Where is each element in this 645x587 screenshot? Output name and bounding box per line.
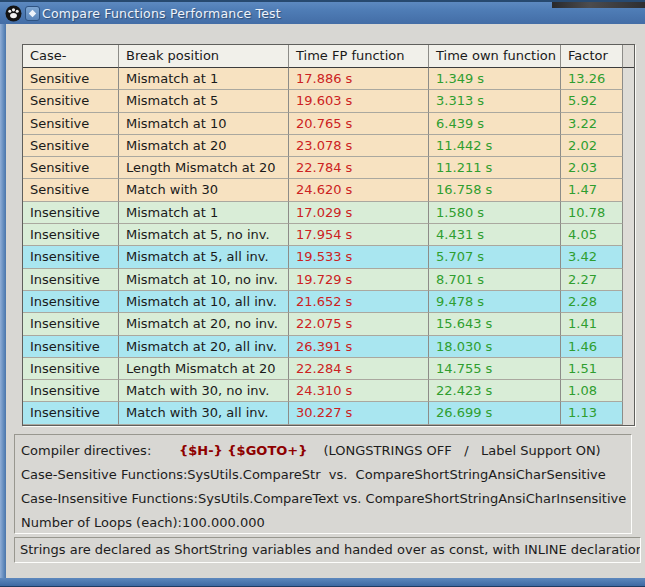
table-row[interactable]: SensitiveMismatch at 117.886 s1.349 s13.… [23,68,634,90]
row-filler [623,380,634,402]
cell-fp: 22.284 s [289,358,429,380]
table-row[interactable]: InsensitiveMismatch at 5, no inv.17.954 … [23,224,634,246]
cell-fp: 21.652 s [289,291,429,313]
compiler-directives-note: (LONGSTRINGS OFF / Label Support ON) [323,443,600,458]
table-row[interactable]: InsensitiveMatch with 30, no inv.24.310 … [23,380,634,402]
column-header: Factor [561,45,623,68]
cell-own: 22.423 s [429,380,561,402]
cell-factor: 13.26 [561,68,623,90]
row-filler [623,224,634,246]
cell-case: Insensitive [23,313,119,335]
row-filler [623,157,634,179]
table-row[interactable]: SensitiveLength Mismatch at 2022.784 s11… [23,157,634,179]
table-row[interactable]: InsensitiveMismatch at 117.029 s1.580 s1… [23,202,634,224]
cell-case: Insensitive [23,224,119,246]
table-row[interactable]: InsensitiveMatch with 30, all inv.30.227… [23,402,634,424]
cell-fp: 19.533 s [289,246,429,268]
table-row[interactable]: InsensitiveMismatch at 5, all inv.19.533… [23,246,634,268]
cell-fp: 19.603 s [289,90,429,112]
cell-fp: 20.765 s [289,113,429,135]
table-row[interactable]: InsensitiveMismatch at 20, all inv.26.39… [23,336,634,358]
cell-case: Insensitive [23,336,119,358]
cell-own: 11.442 s [429,135,561,157]
table-row[interactable]: InsensitiveLength Mismatch at 2022.284 s… [23,358,634,380]
column-header: Time own function [429,45,561,68]
cell-case: Insensitive [23,202,119,224]
table-header-row: Case-Break positionTime FP functionTime … [23,45,634,68]
case-sensitive-functions-line: Case-Sensitive Functions: SysUtils.Compa… [21,462,631,486]
row-filler [623,113,634,135]
cell-factor: 1.46 [561,336,623,358]
cell-break: Mismatch at 10, all inv. [119,291,289,313]
cell-own: 18.030 s [429,336,561,358]
cell-factor: 4.05 [561,224,623,246]
cell-break: Mismatch at 10, no inv. [119,269,289,291]
cell-fp: 17.954 s [289,224,429,246]
window-menu-button diamond-icon[interactable] [25,6,40,21]
compiler-directives-value: {$H-} {$GOTO+} [179,443,307,458]
row-filler [623,336,634,358]
cell-break: Mismatch at 20 [119,135,289,157]
number-of-loops-label: Number of Loops (each): [21,515,182,530]
cell-break: Mismatch at 5, no inv. [119,224,289,246]
cell-own: 26.699 s [429,402,561,424]
cell-case: Sensitive [23,113,119,135]
cell-break: Match with 30, no inv. [119,380,289,402]
background-window-edge [552,2,645,8]
cell-fp: 22.075 s [289,313,429,335]
cell-break: Mismatch at 20, all inv. [119,336,289,358]
case-insensitive-functions-value: SysUtils.CompareText vs. CompareShortStr… [198,491,626,506]
table-row[interactable]: InsensitiveMismatch at 20, no inv.22.075… [23,313,634,335]
table-row[interactable]: InsensitiveMismatch at 10, all inv.21.65… [23,291,634,313]
cell-case: Insensitive [23,358,119,380]
cell-own: 15.643 s [429,313,561,335]
window-bottom-border [0,578,645,587]
cell-fp: 24.620 s [289,179,429,201]
row-filler [623,402,634,424]
titlebar[interactable]: Compare Functions Performance Test [0,0,645,24]
cell-own: 5.707 s [429,246,561,268]
table-row[interactable]: SensitiveMismatch at 1020.765 s6.439 s3.… [23,113,634,135]
cell-own: 3.313 s [429,90,561,112]
table-row[interactable]: SensitiveMismatch at 519.603 s3.313 s5.9… [23,90,634,112]
column-header: Time FP function [289,45,429,68]
results-grid: Case-Break positionTime FP functionTime … [22,44,635,426]
app-window: Compare Functions Performance Test Case-… [0,0,645,587]
cell-fp: 19.729 s [289,269,429,291]
row-filler [623,135,634,157]
table-row[interactable]: SensitiveMismatch at 2023.078 s11.442 s2… [23,135,634,157]
cell-own: 1.349 s [429,68,561,90]
cell-case: Insensitive [23,402,119,424]
cell-case: Insensitive [23,291,119,313]
table-row[interactable]: SensitiveMatch with 3024.620 s16.758 s1.… [23,179,634,201]
table-row[interactable]: InsensitiveMismatch at 10, no inv.19.729… [23,269,634,291]
number-of-loops-line: Number of Loops (each): 100.000.000 [21,510,631,534]
cell-fp: 26.391 s [289,336,429,358]
column-header: Case- [23,45,119,68]
row-filler [623,68,634,90]
cell-factor: 1.51 [561,358,623,380]
cell-own: 14.755 s [429,358,561,380]
compiler-directives-line: Compiler directives: {$H-} {$GOTO+} (LON… [21,438,631,462]
column-header: Break position [119,45,289,68]
cell-break: Mismatch at 5, all inv. [119,246,289,268]
cell-case: Sensitive [23,179,119,201]
cell-factor: 5.92 [561,90,623,112]
cell-case: Sensitive [23,157,119,179]
cell-break: Mismatch at 10 [119,113,289,135]
row-filler [623,358,634,380]
cell-fp: 17.886 s [289,68,429,90]
case-insensitive-functions-label: Case-Insensitive Functions: [21,491,198,506]
paw-icon[interactable] [5,5,22,22]
cell-fp: 22.784 s [289,157,429,179]
cell-case: Insensitive [23,380,119,402]
cell-fp: 30.227 s [289,402,429,424]
cell-own: 9.478 s [429,291,561,313]
case-sensitive-functions-label: Case-Sensitive Functions: [21,467,187,482]
cell-break: Mismatch at 20, no inv. [119,313,289,335]
cell-own: 4.431 s [429,224,561,246]
row-filler [623,246,634,268]
cell-factor: 3.22 [561,113,623,135]
cell-factor: 1.41 [561,313,623,335]
case-insensitive-functions-line: Case-Insensitive Functions: SysUtils.Com… [21,486,631,510]
